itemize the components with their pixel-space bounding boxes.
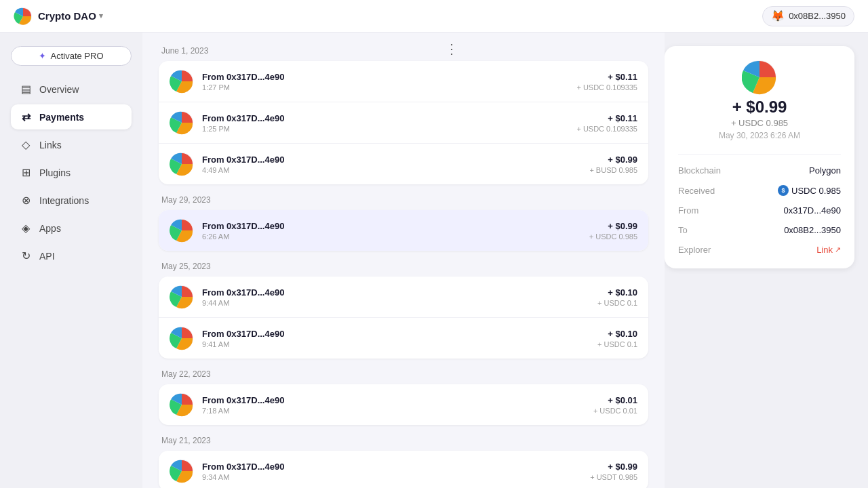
tx-info: From 0x317D...4e90 1:27 PM xyxy=(202,72,576,92)
tx-token: + USDC 0.01 xyxy=(593,407,637,415)
tx-time: 7:18 AM xyxy=(202,407,593,415)
sidebar-label-api: API xyxy=(39,251,55,262)
detail-to-value: 0x08B2...3950 xyxy=(784,225,841,235)
sidebar-item-plugins[interactable]: ⊞ Plugins xyxy=(11,160,132,185)
links-icon: ◇ xyxy=(19,138,33,151)
app-logo xyxy=(14,7,33,26)
tx-token: + USDT 0.985 xyxy=(590,473,637,481)
detail-blockchain-row: Blockchain Polygon xyxy=(678,165,841,176)
usdc-icon: $ xyxy=(778,185,789,196)
more-menu-button[interactable]: ⋮ xyxy=(439,38,464,60)
tx-row[interactable]: From 0x317D...4e90 9:41 AM + $0.10 + USD… xyxy=(159,318,648,359)
tx-token: + USDC 0.1 xyxy=(597,299,637,307)
detail-explorer-link[interactable]: Link ↗ xyxy=(816,245,841,255)
date-label-2: May 25, 2023 xyxy=(159,262,648,271)
tx-amounts: + $0.99 + BUSD 0.985 xyxy=(589,155,637,174)
tx-from: From 0x317D...4e90 xyxy=(202,113,576,123)
date-label-4: May 21, 2023 xyxy=(159,436,648,445)
tx-from: From 0x317D...4e90 xyxy=(202,155,589,165)
detail-from-row: From 0x317D...4e90 xyxy=(678,205,841,216)
tx-from: From 0x317D...4e90 xyxy=(202,72,576,82)
tx-amounts: + $0.11 + USDC 0.109335 xyxy=(576,113,637,133)
tx-amounts: + $0.99 + USDC 0.985 xyxy=(589,221,637,241)
transactions-card-2: From 0x317D...4e90 9:44 AM + $0.10 + USD… xyxy=(159,277,648,359)
sidebar-item-overview[interactable]: ▤ Overview xyxy=(11,77,132,102)
date-group-4: May 21, 2023 From 0x317D...4e90 9:34 AM … xyxy=(159,436,648,488)
tx-amounts: + $0.11 + USDC 0.109335 xyxy=(576,72,637,92)
tx-info: From 0x317D...4e90 6:26 AM xyxy=(202,221,589,241)
date-group-0: June 1, 2023 From 0x317D...4e90 1:27 PM … xyxy=(159,46,648,184)
tx-row[interactable]: From 0x317D...4e90 6:26 AM + $0.99 + USD… xyxy=(159,210,648,251)
tx-time: 1:25 PM xyxy=(202,125,576,133)
app-dropdown-chevron: ▾ xyxy=(99,12,103,20)
detail-blockchain-label: Blockchain xyxy=(678,165,721,176)
detail-to-label: To xyxy=(678,225,688,235)
sidebar-label-links: Links xyxy=(39,140,62,150)
tx-row[interactable]: From 0x317D...4e90 1:27 PM + $0.11 + USD… xyxy=(159,61,648,102)
tx-usd: + $0.99 xyxy=(589,221,637,231)
tx-token: + BUSD 0.985 xyxy=(589,166,637,174)
wallet-badge[interactable]: 🦊 0x08B2...3950 xyxy=(762,6,854,26)
sidebar-label-payments: Payments xyxy=(39,112,84,123)
tx-logo xyxy=(170,218,194,243)
star-icon: ✦ xyxy=(39,51,46,61)
transactions-card-1: From 0x317D...4e90 6:26 AM + $0.99 + USD… xyxy=(159,210,648,251)
tx-token: + USDC 0.1 xyxy=(597,340,637,348)
sidebar-label-integrations: Integrations xyxy=(39,195,89,206)
detail-explorer-label: Explorer xyxy=(678,245,711,255)
sidebar-item-apps[interactable]: ◈ Apps xyxy=(11,216,132,241)
detail-usd-amount: + $0.99 xyxy=(678,98,841,117)
tx-time: 6:26 AM xyxy=(202,232,589,241)
detail-received-row: Received $ USDC 0.985 xyxy=(678,185,841,196)
tx-from: From 0x317D...4e90 xyxy=(202,221,589,231)
activate-pro-button[interactable]: ✦ Activate PRO xyxy=(11,46,132,66)
tx-logo xyxy=(170,152,194,176)
sidebar-item-integrations[interactable]: ⊗ Integrations xyxy=(11,188,132,213)
transactions-card-4: From 0x317D...4e90 9:34 AM + $0.99 + USD… xyxy=(159,451,648,488)
tx-from: From 0x317D...4e90 xyxy=(202,329,597,339)
tx-usd: + $0.10 xyxy=(597,287,637,298)
date-group-1: May 29, 2023 From 0x317D...4e90 6:26 AM … xyxy=(159,195,648,251)
plugins-icon: ⊞ xyxy=(19,166,33,179)
tx-logo xyxy=(170,285,194,309)
detail-explorer-text: Link xyxy=(816,245,833,255)
tx-usd: + $0.99 xyxy=(590,462,637,472)
sidebar-item-payments[interactable]: ⇄ Payments xyxy=(11,104,132,129)
topbar: Crypto DAO ▾ 🦊 0x08B2...3950 xyxy=(0,0,868,33)
detail-received-value: $ USDC 0.985 xyxy=(778,185,841,196)
payments-icon: ⇄ xyxy=(19,110,33,123)
app-title[interactable]: Crypto DAO ▾ xyxy=(38,10,103,22)
tx-usd: + $0.11 xyxy=(576,72,637,82)
transaction-groups: June 1, 2023 From 0x317D...4e90 1:27 PM … xyxy=(159,46,648,488)
topbar-right: 🦊 0x08B2...3950 xyxy=(762,6,854,26)
sidebar-item-api[interactable]: ↻ API xyxy=(11,243,132,268)
overview-icon: ▤ xyxy=(19,83,33,96)
tx-usd: + $0.10 xyxy=(597,329,637,339)
tx-from: From 0x317D...4e90 xyxy=(202,287,597,298)
main-layout: ✦ Activate PRO ▤ Overview ⇄ Payments ◇ L… xyxy=(0,33,868,488)
detail-date: May 30, 2023 6:26 AM xyxy=(678,131,841,140)
sidebar: ✦ Activate PRO ▤ Overview ⇄ Payments ◇ L… xyxy=(0,33,142,488)
detail-blockchain-value: Polygon xyxy=(809,165,841,176)
tx-info: From 0x317D...4e90 1:25 PM xyxy=(202,113,576,133)
tx-amounts: + $0.99 + USDT 0.985 xyxy=(590,462,637,481)
tx-row[interactable]: From 0x317D...4e90 4:49 AM + $0.99 + BUS… xyxy=(159,144,648,184)
tx-logo xyxy=(170,69,194,94)
sidebar-item-links[interactable]: ◇ Links xyxy=(11,132,132,157)
tx-info: From 0x317D...4e90 7:18 AM xyxy=(202,395,593,415)
detail-from-value: 0x317D...4e90 xyxy=(783,205,841,216)
tx-usd: + $0.11 xyxy=(576,113,637,123)
tx-token: + USDC 0.109335 xyxy=(576,83,637,92)
tx-row[interactable]: From 0x317D...4e90 9:44 AM + $0.10 + USD… xyxy=(159,277,648,318)
detail-amount-value: $0.99 xyxy=(746,98,787,116)
detail-to-row: To 0x08B2...3950 xyxy=(678,225,841,235)
tx-row[interactable]: From 0x317D...4e90 9:34 AM + $0.99 + USD… xyxy=(159,451,648,488)
date-group-3: May 22, 2023 From 0x317D...4e90 7:18 AM … xyxy=(159,369,648,425)
tx-row[interactable]: From 0x317D...4e90 1:25 PM + $0.11 + USD… xyxy=(159,102,648,144)
integrations-icon: ⊗ xyxy=(19,194,33,207)
tx-time: 9:44 AM xyxy=(202,299,597,307)
api-icon: ↻ xyxy=(19,249,33,262)
tx-row[interactable]: From 0x317D...4e90 7:18 AM + $0.01 + USD… xyxy=(159,384,648,425)
date-label-1: May 29, 2023 xyxy=(159,195,648,205)
tx-token: + USDC 0.985 xyxy=(589,232,637,241)
